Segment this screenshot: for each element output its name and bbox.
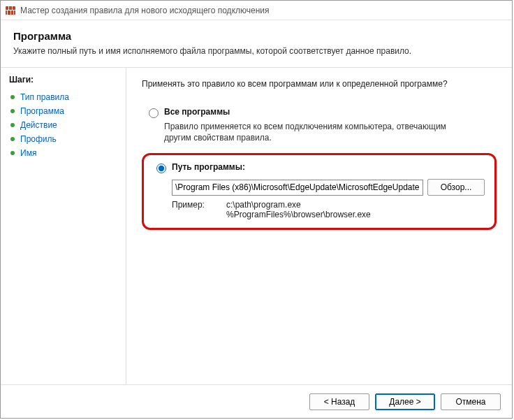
browse-button[interactable]: Обзор... [427, 179, 485, 196]
example-label: Пример: [172, 200, 226, 219]
steps-sidebar: Шаги: Тип правила Программа Действие Про… [1, 68, 126, 384]
option-all-programs[interactable]: Все программы [149, 107, 497, 118]
step-bullet-icon [10, 123, 15, 127]
steps-title: Шаги: [9, 75, 117, 85]
step-bullet-icon [10, 109, 15, 113]
wizard-window: Мастер создания правила для нового исход… [0, 0, 513, 419]
page-heading: Программа [13, 30, 499, 42]
next-button[interactable]: Далее > [375, 393, 435, 410]
step-label: Действие [20, 120, 57, 130]
window-title: Мастер создания правила для нового исход… [20, 6, 270, 15]
page-header: Программа Укажите полный путь и имя испо… [1, 20, 512, 63]
step-label: Программа [20, 106, 64, 116]
page-subtitle: Укажите полный путь и имя исполняемого ф… [13, 46, 499, 56]
option-all-desc: Правило применяется ко всем подключениям… [164, 121, 471, 143]
firewall-icon [5, 5, 16, 16]
path-row: Обзор... [172, 179, 485, 196]
step-action[interactable]: Действие [9, 118, 117, 132]
radio-program-path[interactable] [156, 164, 166, 173]
step-bullet-icon [10, 137, 15, 141]
cancel-button[interactable]: Отмена [441, 393, 501, 410]
step-program[interactable]: Программа [9, 104, 117, 118]
svg-rect-2 [8, 6, 9, 10]
step-profile[interactable]: Профиль [9, 132, 117, 146]
example-value: c:\path\program.exe %ProgramFiles%\brows… [226, 200, 371, 219]
step-bullet-icon [10, 151, 15, 155]
back-button[interactable]: < Назад [309, 393, 369, 410]
option-program-path[interactable]: Путь программы: [156, 162, 485, 173]
step-label: Имя [20, 148, 36, 158]
step-label: Профиль [20, 134, 57, 144]
radio-path-label: Путь программы: [172, 162, 245, 172]
radio-all-programs[interactable] [149, 108, 159, 118]
question-text: Применять это правило ко всем программам… [142, 79, 497, 89]
svg-rect-1 [6, 10, 15, 10]
step-rule-type[interactable]: Тип правила [9, 90, 117, 104]
wizard-footer: < Назад Далее > Отмена [1, 384, 512, 418]
step-name[interactable]: Имя [9, 146, 117, 160]
step-label: Тип правила [20, 92, 69, 102]
example-row: Пример: c:\path\program.exe %ProgramFile… [172, 200, 485, 219]
titlebar: Мастер создания правила для нового исход… [1, 1, 512, 20]
program-path-highlight: Путь программы: Обзор... Пример: c:\path… [142, 153, 497, 230]
step-bullet-icon [10, 95, 15, 99]
svg-rect-3 [12, 6, 13, 10]
svg-rect-5 [10, 10, 11, 15]
program-path-input[interactable] [172, 180, 423, 196]
svg-rect-4 [7, 10, 8, 15]
svg-rect-6 [13, 10, 14, 15]
main-panel: Применять это правило ко всем программам… [126, 68, 512, 384]
wizard-body: Шаги: Тип правила Программа Действие Про… [1, 68, 512, 384]
radio-all-label: Все программы [164, 107, 230, 117]
